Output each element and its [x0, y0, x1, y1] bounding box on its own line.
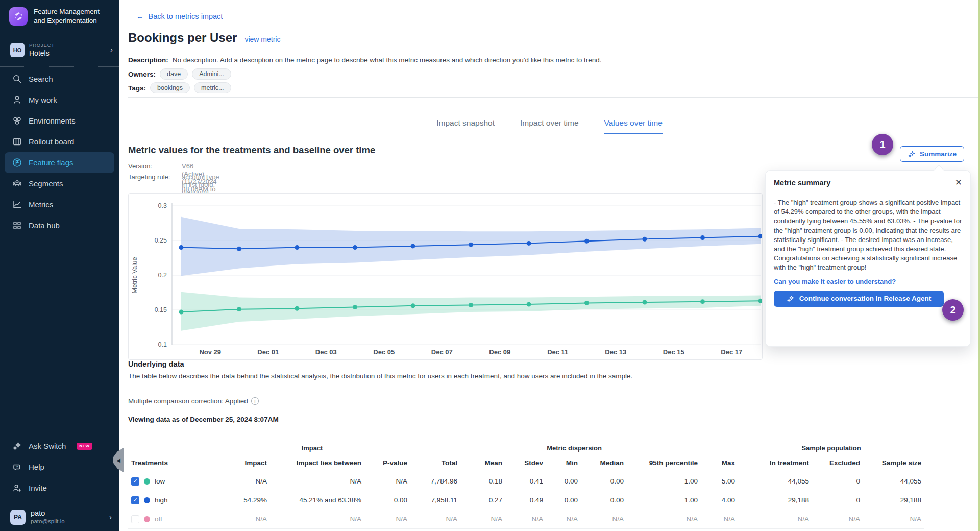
correction-label: Multiple comparison correction: Applied: [128, 397, 248, 405]
project-switcher[interactable]: HO PROJECT Hotels ›: [0, 37, 119, 63]
col-header: P-value: [364, 454, 410, 472]
version-row: Version: V66 (Active) (11/27/2024 08:06A…: [128, 162, 152, 170]
owner-pill[interactable]: dave: [160, 68, 188, 80]
app-logo[interactable]: Feature Management and Experimentation: [9, 7, 100, 26]
table-cell: N/A: [214, 510, 270, 528]
table-cell: 0: [812, 491, 863, 510]
close-icon[interactable]: ✕: [955, 178, 962, 187]
svg-text:Dec 03: Dec 03: [315, 348, 337, 356]
svg-text:Dec 01: Dec 01: [257, 348, 279, 356]
col-header: Sample size: [863, 454, 924, 472]
col-header: Impact: [214, 454, 270, 472]
divider: [128, 97, 980, 98]
environments-icon: [12, 116, 22, 126]
sidebar-item-search[interactable]: Search: [0, 68, 119, 89]
popover-notch: [934, 165, 944, 176]
col-header: Max: [701, 454, 738, 472]
col-header: In treatment: [738, 454, 812, 472]
tag-pill[interactable]: bookings: [150, 82, 190, 93]
sidebar-item-help[interactable]: ? Help: [0, 456, 119, 477]
back-link[interactable]: ← Back to metrics impact: [136, 12, 223, 20]
sidebar-item-invite[interactable]: Invite: [0, 477, 119, 498]
viewing-data-label: Viewing data as of December 25, 2024 8:0…: [128, 416, 279, 423]
treatment-dot-low: [144, 478, 150, 485]
user-menu[interactable]: PA pato pato@split.io ›: [0, 508, 119, 531]
table-cell: 7,958.11: [410, 491, 460, 510]
table-cell: N/A: [270, 472, 364, 491]
table-cell: N/A: [812, 510, 863, 528]
tab-values-over-time[interactable]: Values over time: [604, 118, 663, 134]
user-name: pato: [31, 509, 45, 517]
sidebar-item-my-work[interactable]: My work: [0, 89, 119, 110]
table-cell: 1.00: [627, 491, 701, 510]
description-label: Description:: [128, 56, 168, 64]
sidebar-item-ask-switch[interactable]: Ask Switch NEW: [0, 436, 119, 456]
treatment-label: off: [155, 515, 162, 523]
table-cell: 0.00: [546, 491, 581, 510]
page-title: Bookings per User: [128, 31, 237, 45]
table-cell: 5.00: [701, 472, 738, 491]
people-icon: [12, 179, 22, 188]
divider: [0, 504, 119, 504]
targeting-rule-label: Targeting rule:: [128, 173, 170, 181]
metric-summary-popover: Metric summary ✕ - The "high" treatment …: [765, 170, 971, 347]
sidebar-item-label: Data hub: [29, 221, 60, 230]
flag-icon: [12, 158, 22, 167]
main-content: ← Back to metrics impact Bookings per Us…: [119, 0, 980, 531]
svg-text:0.2: 0.2: [158, 272, 167, 279]
sidebar-item-label: Segments: [29, 179, 63, 188]
sidebar-item-rollout-board[interactable]: Rollout board: [0, 131, 119, 152]
divider: [0, 33, 119, 33]
sidebar-item-metrics[interactable]: Metrics: [0, 194, 119, 215]
table-cell: 54.29%: [214, 491, 270, 510]
summarize-button[interactable]: Summarize: [900, 146, 964, 162]
grid-icon: [12, 221, 22, 230]
easier-to-understand-link[interactable]: Can you make it easier to understand?: [774, 278, 962, 285]
checkbox-off[interactable]: [131, 515, 139, 523]
table-cell: 0.49: [505, 491, 546, 510]
version-label: Version:: [128, 162, 152, 170]
chevron-right-icon: ›: [109, 513, 112, 521]
sidebar-item-environments[interactable]: Environments: [0, 110, 119, 131]
continue-conversation-label: Continue conversation in Release Agent: [799, 295, 931, 302]
info-icon[interactable]: i: [251, 397, 259, 405]
avatar: PA: [10, 510, 26, 525]
sidebar-item-label: Rollout board: [29, 137, 74, 146]
svg-text:Dec 13: Dec 13: [605, 348, 626, 356]
table-row-high: ✓ high 54.29% 45.21% and 63.38% 0.00 7,9…: [128, 491, 924, 510]
tab-impact-snapshot[interactable]: Impact snapshot: [436, 118, 495, 134]
continue-conversation-button[interactable]: Continue conversation in Release Agent: [774, 291, 944, 307]
svg-text:0.1: 0.1: [158, 341, 167, 348]
sidebar-item-segments[interactable]: Segments: [0, 173, 119, 194]
view-metric-link[interactable]: view metric: [244, 35, 280, 43]
svg-text:?: ?: [16, 465, 18, 469]
underlying-data-heading: Underlying data: [128, 360, 184, 368]
table-cell: N/A: [863, 510, 924, 528]
owners-label: Owners:: [128, 70, 156, 78]
owner-pill[interactable]: Admini...: [192, 68, 231, 80]
user-icon: [12, 95, 22, 105]
table-cell: N/A: [410, 510, 460, 528]
table-cell: N/A: [581, 510, 627, 528]
sidebar-item-data-hub[interactable]: Data hub: [0, 215, 119, 236]
tags-row: Tags: bookings metric...: [128, 82, 231, 93]
split-logo-icon: [9, 7, 28, 26]
sidebar-item-feature-flags[interactable]: Feature flags: [5, 152, 114, 173]
table-row-low: ✓ low N/A N/A N/A 7,784.96 0.18 0.41 0.0…: [128, 472, 924, 491]
tab-impact-over-time[interactable]: Impact over time: [520, 118, 579, 134]
checkbox-high[interactable]: ✓: [131, 496, 139, 504]
board-icon: [12, 137, 22, 147]
svg-text:Nov 29: Nov 29: [199, 348, 221, 356]
app-root: Feature Management and Experimentation H…: [0, 0, 980, 531]
project-name: Hotels: [29, 49, 50, 57]
svg-text:Dec 17: Dec 17: [721, 348, 742, 356]
sidebar-item-label: My work: [29, 95, 57, 104]
sparkle-icon: [787, 295, 795, 303]
table-cell: 7,784.96: [410, 472, 460, 491]
table-cell: 0.27: [460, 491, 505, 510]
checkbox-low[interactable]: ✓: [131, 477, 139, 486]
tag-pill[interactable]: metric...: [194, 82, 231, 93]
chart-canvas: 0.30.250.20.150.1Nov 29Dec 01Dec 03Dec 0…: [129, 194, 762, 359]
table-cell: N/A: [460, 510, 505, 528]
table-cell: 0: [812, 472, 863, 491]
